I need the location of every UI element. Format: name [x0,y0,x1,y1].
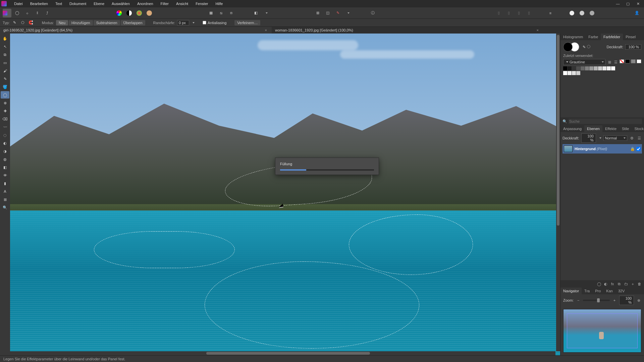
menu-ebene[interactable]: Ebene [90,1,108,7]
recent-swatch[interactable] [568,71,572,75]
tab-ebenen[interactable]: Ebenen [584,125,602,132]
menu-dokument[interactable]: Dokument [66,1,90,7]
no-fill-swatch[interactable] [620,59,624,63]
photo-persona-icon[interactable] [3,9,11,17]
layer-opacity-dropdown-icon[interactable] [599,137,601,139]
grid-tool[interactable]: ⊞ [1,196,9,203]
swatch[interactable] [607,66,611,70]
tone-persona-icon[interactable]: ⫴ [33,9,42,17]
hand-tool[interactable]: ✋ [1,35,9,42]
eyedropper-icon[interactable]: ✎ [583,45,586,49]
foreground-background-colors[interactable] [563,42,579,52]
gray-swatch[interactable] [631,59,636,63]
shape-tool[interactable]: ▮ [1,180,9,187]
arrange-front-icon[interactable]: ▯ [525,9,533,17]
tab-tra[interactable]: Tra [582,288,592,294]
tab-stile[interactable]: Stile [619,125,632,132]
navigator-preview[interactable] [563,309,641,353]
blur-tool[interactable]: ◌ [1,131,9,139]
soft-proof-icon[interactable] [145,9,154,17]
tab-32v[interactable]: 32V [615,288,628,294]
swatch[interactable] [572,66,576,70]
redfix-tool[interactable]: 👁 [1,172,9,179]
tab-pinsel[interactable]: Pinsel [623,34,638,40]
menu-bearbeiten[interactable]: Bearbeiten [27,1,51,7]
white-swatch[interactable] [637,59,641,63]
layer-options-icon[interactable]: ⚙ [629,135,635,141]
swatch[interactable] [563,66,567,70]
tab-close-icon[interactable]: × [535,28,540,32]
pen-tool[interactable]: ✎ [1,75,9,82]
erase-tool[interactable]: ⌫ [1,115,9,123]
blend-mode-dropdown[interactable]: Normal [603,135,627,141]
snap-circle3-icon[interactable] [588,9,596,17]
menu-auswählen[interactable]: Auswählen [108,1,133,7]
move-tool[interactable]: ↖ [1,43,9,50]
zoom-out-icon[interactable]: − [576,298,581,303]
swatch[interactable] [581,66,585,70]
patch-tool[interactable]: ◧ [1,164,9,171]
layer-item[interactable]: Hintergrund (Pixel) 🔒 [562,144,642,154]
swatch[interactable] [602,66,606,70]
vertical-scrollbar[interactable] [556,34,560,351]
bw-adjust-icon[interactable] [125,9,133,17]
selection-refine-icon[interactable]: ⧈ [227,9,235,17]
maximize-button[interactable]: ▢ [623,0,633,7]
mode-überlappen[interactable]: Überlappen [121,20,145,25]
align-icon[interactable]: ≡ [546,9,555,17]
swatch-list-icon[interactable]: ☰ [613,59,619,65]
tab-close-icon[interactable]: × [264,28,268,32]
smudge-tool[interactable]: 〰 [1,123,9,131]
freehand-type-icon[interactable]: ✎ [12,20,18,26]
split-icon[interactable]: ◫ [323,9,332,17]
feather-dropdown-icon[interactable] [193,22,195,23]
view-tool[interactable]: ▭ [1,59,9,66]
arrange-backward-icon[interactable]: ▯ [504,9,513,17]
close-button[interactable]: ✕ [633,0,643,7]
recent-swatch[interactable] [563,71,567,75]
none-color-icon[interactable] [587,45,590,48]
account-icon[interactable]: 👤 [633,9,641,17]
canvas[interactable]: Füllung [10,34,560,355]
layer-menu-icon[interactable]: ☰ [637,135,642,141]
tab-farbe[interactable]: Farbe [586,34,601,40]
tab-stock[interactable]: Stock [632,125,644,132]
recent-swatch[interactable] [572,71,576,75]
mask-icon[interactable]: ◯ [596,281,602,287]
swatch[interactable] [589,66,593,70]
color-wheel-icon[interactable] [115,9,123,17]
tab-pro[interactable]: Pro [592,288,603,294]
menu-ansicht[interactable]: Ansicht [173,1,192,7]
sponge-tool[interactable]: ◍ [1,156,9,163]
arrange-forward-icon[interactable]: ▯ [515,9,523,17]
grid-icon[interactable]: ⊞ [313,9,322,17]
adjust-icon[interactable]: ◐ [603,281,608,287]
mode-subtrahieren[interactable]: Subtrahieren [94,20,120,25]
tab-anpassung[interactable]: Anpassung [560,125,584,132]
clone-tool[interactable]: ⊕ [1,99,9,107]
opacity-input[interactable]: 100 % [625,44,641,50]
horizontal-scrollbar[interactable] [10,351,555,355]
layer-visibility-checkbox[interactable] [636,147,641,151]
menu-hilfe[interactable]: Hilfe [212,1,226,7]
ellipse-tool[interactable]: ◯ [1,91,9,99]
antialias-checkbox[interactable]: Antialiasing [203,21,226,25]
menu-datei[interactable]: Datei [11,1,26,7]
fill-tool[interactable]: 🪣 [1,83,9,90]
quick-mask-icon[interactable]: ◧ [252,9,260,17]
brush-tool[interactable]: 🖌 [1,67,9,74]
zoom-in-icon[interactable]: + [612,298,617,303]
feather-input[interactable] [177,20,189,25]
selection-marquee-icon[interactable]: ▦ [207,9,215,17]
menu-text[interactable]: Text [52,1,65,7]
zoom-input[interactable]: 100 % [619,296,634,305]
navigator-viewport[interactable] [567,313,638,348]
snap-circle1-icon[interactable] [568,9,576,17]
assistant-icon[interactable]: ✎ [333,9,342,17]
burn-tool[interactable]: ◑ [1,147,9,155]
minimize-button[interactable]: — [613,0,623,7]
layer-lock-icon[interactable]: 🔒 [630,147,635,151]
hue-icon[interactable] [135,9,144,17]
zoom-tool[interactable]: 🔍 [1,204,9,211]
group-icon[interactable]: 🗀 [623,281,629,287]
